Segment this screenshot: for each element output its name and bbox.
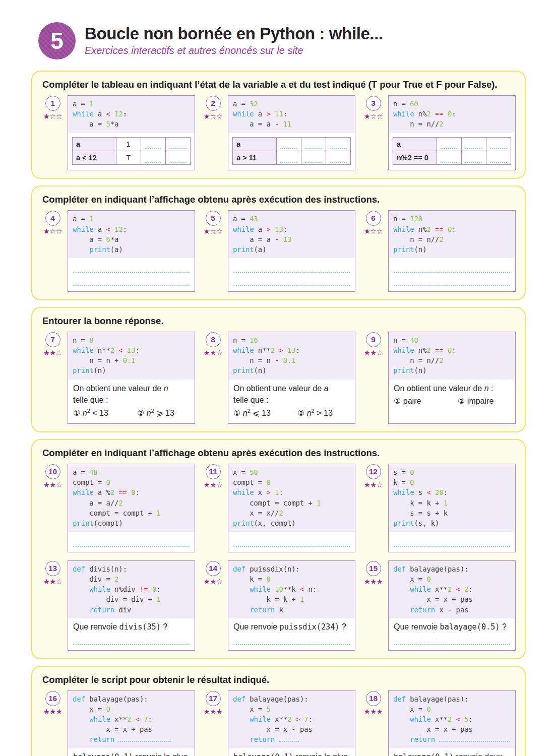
code-block: def balayage(pas): x = 0 while x**2 < 5:…	[389, 691, 515, 748]
code-line: k = k + 1	[393, 498, 511, 508]
code-block: n = 120while n%2 == 0: n = n//2print(n)	[389, 211, 515, 258]
choice-option: ① n2 < 13	[73, 407, 137, 418]
exercise-gutter: 7★★☆	[41, 332, 64, 424]
exercise-number-badge: 13	[45, 561, 60, 576]
code-line: def divis(n):	[73, 564, 190, 574]
question-text: Que renvoie puissdix(234) ?	[233, 621, 350, 632]
table-cell	[165, 138, 190, 151]
exercise-gutter: 6★☆☆	[362, 210, 385, 292]
exercise-card: 9★★☆n = 40while n%2 == 0: n = n//2print(…	[362, 332, 516, 424]
code-line: while x**2 < 2:	[393, 584, 511, 594]
section-instruction: Compléter le script pour obtenir le résu…	[42, 674, 516, 685]
choice-zone: On obtient une valeur de ntelle que :① n…	[68, 380, 195, 424]
answer-line	[233, 260, 350, 273]
code-line: print(n)	[393, 365, 511, 375]
code-line: div = 2	[73, 574, 190, 584]
code-line: while x**2 < 5:	[393, 714, 511, 724]
exercise-box: n = 60while n%2 == 0: n = n//2an%2 == 0	[388, 95, 516, 170]
code-line: while x**2 < 7:	[73, 714, 190, 724]
answer-blank	[490, 157, 507, 163]
answer-blank	[465, 143, 482, 149]
difficulty-stars: ★★★	[43, 708, 63, 716]
answer-blank	[439, 735, 510, 742]
code-line: compt = 0	[73, 477, 190, 487]
code-line: x = x + pas	[393, 594, 511, 604]
code-line: return div	[73, 605, 190, 615]
exercise-box: a = 1while a < 12: a = 5*aa1a < 12T	[68, 95, 195, 170]
answer-blank	[305, 157, 322, 163]
code-line: k = 0	[393, 477, 511, 487]
code-line: return x - pas	[393, 605, 511, 615]
exercise-box: a = 48compt = 0while a %2 == 0: a = a//2…	[68, 464, 195, 552]
page-title: Boucle non bornée en Python : while...	[85, 25, 383, 43]
exercise-card: 1★☆☆a = 1while a < 12: a = 5*aa1a < 12T	[41, 95, 195, 170]
choice-lead: On obtient une valeur de n :	[394, 383, 510, 394]
exercise-gutter: 11★★☆	[202, 464, 224, 552]
chapter-number-badge: 5	[38, 22, 76, 59]
exercise-section: Compléter en indiquant l’affichage obten…	[31, 185, 526, 300]
code-line: x = 0	[393, 704, 511, 714]
exercise-box: n = 40while n%2 == 0: n = n//2print(n)On…	[388, 332, 516, 424]
code-block: def puissdix(n): k = 0 while 10**k < n: …	[228, 561, 355, 618]
exercise-gutter: 4★☆☆	[41, 210, 64, 292]
choice-lead: On obtient une valeur de n	[73, 383, 190, 394]
code-line: x = 0	[73, 704, 190, 714]
code-line: s = 0	[393, 467, 511, 477]
code-line: div = div + 1	[73, 594, 190, 604]
question-text: Que renvoie balayage(0.5) ?	[394, 621, 510, 632]
choice-zone: On obtient une valeur de atelle que :① n…	[228, 380, 355, 424]
answer-blank	[490, 143, 507, 149]
difficulty-stars: ★★☆	[364, 481, 383, 489]
question-text: Que renvoie divis(35) ?	[73, 621, 190, 632]
difficulty-stars: ★☆☆	[364, 112, 383, 120]
answer-blank	[280, 143, 297, 149]
code-line: while s < 20:	[393, 487, 511, 497]
question-zone: Que renvoie divis(35) ?	[68, 618, 195, 650]
table-cell	[486, 138, 511, 151]
table-cell	[486, 151, 511, 165]
code-line: while a > 13:	[233, 224, 350, 234]
code-block: n = 16while n**2 > 13: n = n - 0.1print(…	[228, 332, 355, 380]
code-line: n = 120	[393, 214, 511, 224]
exercise-box: n = 16while n**2 > 13: n = n - 0.1print(…	[228, 332, 355, 424]
code-line: k = 0	[233, 574, 350, 584]
code-line: print(n)	[233, 365, 350, 375]
answer-zone	[389, 258, 515, 291]
difficulty-stars: ★★☆	[43, 349, 63, 357]
exercise-box: a = 1while a < 12: a = 6*a print(a)	[68, 210, 195, 292]
answer-blank	[441, 157, 457, 163]
table-cell	[301, 138, 326, 151]
state-table: aa > 11	[232, 137, 351, 165]
answer-line	[73, 632, 190, 645]
row-label: a	[233, 138, 277, 151]
exercise-number-badge: 11	[206, 464, 221, 479]
code-line: compt = compt + 1	[73, 508, 190, 518]
chapter-header: 5 Boucle non bornée en Python : while...…	[38, 22, 526, 59]
note-text: balayage(0.1) renvoie la plus petite val…	[233, 751, 350, 756]
chapter-titles: Boucle non bornée en Python : while... E…	[85, 25, 383, 56]
code-block: n = 60while n%2 == 0: n = n//2	[389, 96, 515, 133]
exercise-card: 15★★★def balayage(pas): x = 0 while x**2…	[362, 560, 516, 651]
code-line: while n%2 == 0:	[393, 109, 511, 119]
table-cell	[165, 151, 190, 165]
difficulty-stars: ★★☆	[43, 578, 63, 586]
exercise-gutter: 17★★★	[202, 690, 224, 756]
exercise-number-badge: 6	[366, 211, 381, 226]
exercise-gutter: 15★★★	[362, 560, 385, 651]
answer-line	[73, 534, 190, 547]
difficulty-stars: ★★★	[364, 578, 383, 586]
note-text: balayage(0.1) renvoie la plus grande val…	[73, 751, 190, 756]
state-table-wrap: an%2 == 0	[389, 133, 515, 170]
exercise-number-badge: 1	[45, 96, 60, 111]
note-zone: balayage(0.1) renvoie la plus grande val…	[68, 748, 195, 756]
code-block: n = 40while n%2 == 0: n = n//2print(n)	[389, 332, 515, 380]
section-instruction: Compléter le tableau en indiquant l’état…	[42, 79, 516, 90]
exercise-card: 6★☆☆n = 120while n%2 == 0: n = n//2print…	[362, 210, 516, 292]
exercise-number-badge: 16	[45, 691, 60, 706]
exercise-gutter: 3★☆☆	[362, 95, 385, 170]
choice-option: ② n2 ⩾ 13	[137, 407, 174, 418]
code-line: a = a - 13	[233, 234, 350, 244]
code-block: def balayage(pas): x = 0 while x**2 < 7:…	[68, 691, 195, 748]
table-row: a	[233, 138, 351, 151]
code-line: while n%2 == 0:	[393, 345, 511, 355]
